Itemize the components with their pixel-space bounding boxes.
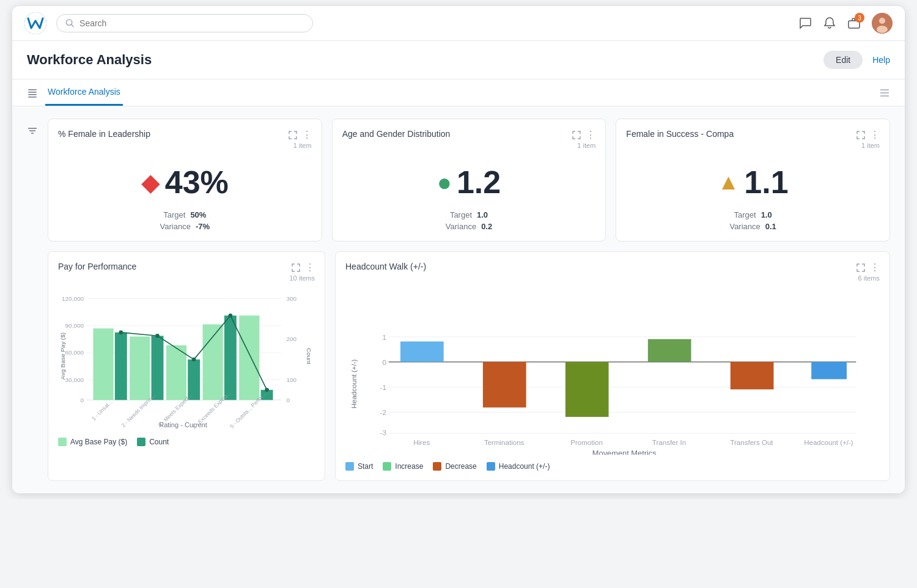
metric-display-female-success: ▲ 1.1 [626,164,880,200]
svg-point-6 [877,26,888,33]
content-area: % Female in Leadership [27,119,890,481]
legend-start: Start [345,462,373,471]
svg-point-34 [155,334,160,338]
legend-color-start [345,462,354,471]
svg-text:Promotion: Promotion [570,439,603,446]
search-bar[interactable] [56,14,313,32]
search-input[interactable] [79,18,304,28]
svg-text:-3: -3 [380,429,386,436]
hc-svg: 1 0 -1 -2 -3 [345,282,880,455]
notification-badge: 3 [855,13,864,23]
item-count-headcount-walk: 6 items [345,274,880,282]
expand-icon[interactable] [289,131,297,139]
svg-text:60,000: 60,000 [65,349,84,356]
svg-text:Rating - Current: Rating - Current [159,421,207,428]
briefcase-icon[interactable]: 3 [847,17,861,30]
list-icon[interactable] [27,87,38,98]
legend-label-avg-base-pay: Avg Base Pay ($) [70,438,127,446]
tab-bar: Workforce Analysis [12,79,905,106]
variance-value-female: -7% [196,222,210,231]
user-avatar[interactable] [872,13,893,34]
more-icon-4[interactable]: ⋮ [305,262,315,273]
headcount-walk-legend: Start Increase Decrease [345,462,880,471]
legend-increase: Increase [383,462,423,471]
legend-headcount: Headcount (+/-) [487,462,550,471]
svg-point-0 [24,12,46,34]
app-shell: 3 Workforce Analysis Edit Help [12,6,905,493]
svg-text:0: 0 [382,359,386,366]
card-header-female-success: Female in Success - Compa [626,129,880,141]
metric-value-female-success: 1.1 [744,164,788,200]
svg-text:200: 200 [287,336,297,342]
chat-icon[interactable] [798,17,812,30]
more-icon-5[interactable]: ⋮ [870,262,880,273]
item-count-female-success: 1 item [626,142,880,149]
legend-count: Count [137,438,169,446]
nav-icons: 3 [798,13,893,34]
legend-label-start: Start [358,462,373,471]
tab-more-icon[interactable] [879,87,890,98]
card-title-female-success: Female in Success - Compa [626,129,856,139]
svg-text:1: 1 [382,334,386,341]
headcount-walk-chart: 1 0 -1 -2 -3 [345,282,880,455]
variance-row-female-success: Variance 0.1 [626,222,880,231]
card-female-success: Female in Success - Compa [616,119,890,241]
page-title: Workforce Analysis [27,52,823,68]
pay-performance-legend: Avg Base Pay ($) Count [58,438,315,446]
legend-avg-base-pay: Avg Base Pay ($) [58,438,127,446]
card-actions-female-leadership: ⋮ [289,129,312,141]
card-title-headcount-walk: Headcount Walk (+/-) [345,262,856,271]
help-link[interactable]: Help [872,55,890,65]
bar-headcount [811,362,847,379]
metric-details-age-gender: Target 1.0 Variance 0.2 [342,210,596,231]
top-row: % Female in Leadership [48,119,890,241]
app-logo[interactable] [24,12,46,34]
edit-button[interactable]: Edit [823,51,863,69]
page-header: Workforce Analysis Edit Help [12,41,905,79]
bell-icon[interactable] [823,17,836,30]
metric-indicator-age-gender: ● [437,169,452,196]
card-actions-headcount-walk: ⋮ [856,262,880,273]
more-icon-3[interactable]: ⋮ [870,129,880,141]
svg-text:0: 0 [287,397,290,403]
top-nav: 3 [12,6,905,41]
svg-text:Headcount (+/-): Headcount (+/-) [804,439,853,446]
svg-point-33 [119,331,123,335]
svg-point-37 [265,388,269,392]
svg-rect-9 [28,94,37,95]
metric-display-age-gender: ● 1.2 [342,164,596,200]
svg-text:Movement Metrics: Movement Metrics [592,449,657,454]
card-actions-age-gender: ⋮ [572,129,595,141]
filter-icon[interactable] [27,126,38,137]
svg-text:90,000: 90,000 [65,322,84,329]
target-row-female-success: Target 1.0 [626,210,880,219]
card-pay-performance: Pay for Performance [48,251,325,481]
card-headcount-walk: Headcount Walk (+/-) [335,251,890,481]
bar-pay-5 [239,315,259,400]
more-icon[interactable]: ⋮ [302,129,312,141]
legend-color-increase [383,462,391,471]
card-actions-female-success: ⋮ [856,129,880,141]
item-count-age-gender: 1 item [342,142,596,149]
legend-color-decrease [433,462,441,471]
legend-color-avg-base-pay [58,438,67,446]
variance-label: Variance [160,222,191,231]
bar-pay-1 [93,328,113,400]
expand-icon-3[interactable] [856,131,865,139]
card-header-age-gender: Age and Gender Distribution [342,129,596,141]
svg-text:300: 300 [287,295,297,302]
expand-icon-2[interactable] [572,131,581,139]
target-value-female: 50% [190,210,206,219]
target-row-female: Target 50% [58,210,312,219]
expand-icon-5[interactable] [856,263,865,272]
svg-line-2 [72,24,73,26]
metric-value-female-leadership: 43% [165,164,229,200]
more-icon-2[interactable]: ⋮ [586,129,595,141]
svg-rect-7 [28,89,37,90]
tab-workforce-analysis[interactable]: Workforce Analysis [45,79,123,106]
expand-icon-4[interactable] [292,263,300,272]
svg-text:120,000: 120,000 [62,295,84,302]
card-female-leadership: % Female in Leadership [48,119,322,241]
svg-text:Hires: Hires [413,439,430,446]
pfp-svg: 120,000 90,000 60,000 30,000 0 [58,282,315,430]
